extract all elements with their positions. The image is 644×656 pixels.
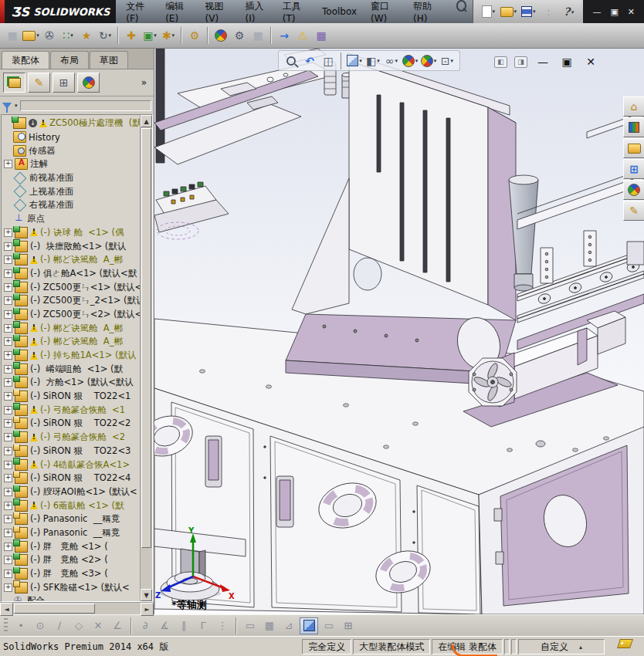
rotate-component-icon[interactable]: ↻▾ (97, 27, 114, 44)
collapse-panel-left-icon[interactable]: ◧ (494, 56, 507, 68)
reload-icon[interactable]: ⚠ (294, 27, 311, 44)
home-icon[interactable]: ⌂ (623, 96, 644, 117)
assembly-features-icon[interactable]: ▣▾ (141, 27, 158, 44)
tree-item[interactable]: (-) ZC500更ㄣ<2> (默认< (4, 308, 140, 322)
expand-icon[interactable] (4, 461, 12, 469)
custom-properties-icon[interactable]: ✎ (623, 201, 644, 221)
expand-icon[interactable] (4, 324, 12, 333)
display-manager-icon[interactable] (77, 73, 100, 93)
dropdown-arrow-icon[interactable]: ▾ (451, 58, 454, 64)
snap-parallel-icon[interactable]: ∥ (175, 618, 192, 634)
tree-item[interactable]: (-) SiRON 狠 TO22<4 (4, 472, 140, 485)
expand-icon[interactable] (4, 406, 12, 414)
tree-item[interactable]: 原点 (4, 212, 140, 226)
split-view-icon[interactable]: ⊞ (340, 618, 357, 634)
tree-item[interactable]: (-) SiRON 狠 TO22<2 (4, 417, 140, 431)
tab-layout[interactable]: 布局 (50, 51, 89, 69)
tree-item[interactable]: (-) 方舱<1> (默认<默认 (4, 376, 140, 390)
menu-item[interactable]: 文件(F) (119, 0, 158, 26)
tree-item[interactable]: (-) 块瘭敃舱<1> (默认 (4, 239, 140, 253)
graphics-viewport[interactable]: Y X Z ↶◫▾◧▾∞▾▾▾⊡▾ ◧◨—▣✕ ⌂⊞✎ *等轴测 (154, 49, 644, 614)
snap-line-icon[interactable]: ∕ (51, 618, 68, 634)
expand-icon[interactable] (4, 296, 12, 305)
dropdown-arrow-icon[interactable]: ▾ (70, 32, 73, 39)
expand-icon[interactable] (4, 351, 12, 360)
expand-icon[interactable] (4, 242, 12, 251)
menu-item[interactable]: 工具(T) (276, 0, 315, 26)
feature-manager-tree-icon[interactable] (3, 73, 25, 93)
expand-icon[interactable] (4, 160, 12, 168)
tree-item[interactable]: (-) 郴ど诀篤舱 A_郴 (4, 335, 140, 349)
smart-fasteners-icon[interactable]: ★ (78, 27, 95, 44)
move-component-icon[interactable]: ✚ (123, 27, 140, 44)
expand-icon[interactable] (4, 556, 12, 564)
expand-icon[interactable] (4, 447, 12, 455)
tree-item[interactable]: (-) 胖 竟舱 <3> ( (4, 567, 140, 581)
attachment-icon[interactable]: ✇ (41, 27, 58, 44)
tree-item[interactable]: 注解 (4, 157, 140, 171)
menu-item[interactable]: 编辑(E) (158, 0, 198, 26)
snap-points-icon[interactable]: ⋮ (214, 618, 231, 634)
snap-center-icon[interactable]: ⊙ (32, 618, 49, 634)
tree-item[interactable]: (-) 胖 竟舱 <1> ( (4, 539, 140, 553)
tree-item[interactable]: (-) 掉ち舱1A<1> (默认 (4, 349, 140, 363)
snap-hv-icon[interactable]: Γ (195, 618, 212, 634)
window-restore-icon[interactable]: ▣ (558, 53, 575, 70)
expand-icon[interactable] (4, 488, 12, 496)
shaded-view-icon[interactable] (300, 617, 318, 634)
previous-view-icon[interactable]: ↶ (301, 52, 318, 69)
tree-item[interactable]: (-) 胖 竟舱 <2> ( (4, 553, 140, 567)
tree-item[interactable]: 上视基准面 (4, 184, 140, 198)
expand-icon[interactable] (4, 392, 12, 401)
dropdown-arrow-icon[interactable]: ▾ (377, 58, 380, 64)
expand-icon[interactable] (4, 337, 12, 346)
tree-item[interactable]: (-) Panasonic __稱竟 (4, 526, 140, 540)
tree-item[interactable]: (-) 6萳畒舱 <1> (默 (4, 499, 140, 512)
expand-toolbar-icon[interactable]: » (141, 77, 151, 88)
dropdown-arrow-icon[interactable]: ▾ (533, 8, 536, 15)
filter-funnel-icon[interactable] (2, 103, 12, 109)
tag-icon[interactable] (617, 639, 633, 648)
dropdown-arrow-icon[interactable]: ▾ (359, 58, 362, 64)
customize-arrow-icon[interactable]: ▴ (579, 644, 582, 651)
assembly-visualization-icon[interactable] (212, 27, 229, 44)
tree-item[interactable]: (-) 膄玡AOI舱<1> (默认< (4, 485, 140, 499)
dropdown-arrow-icon[interactable]: ▾ (571, 8, 574, 15)
tree-item[interactable]: (-) SiRON 狠 TO22<3 (4, 445, 140, 458)
grid-snap-icon[interactable]: ▭ (242, 618, 259, 634)
scroll-right-icon[interactable]: ► (141, 603, 154, 616)
search-icon[interactable] (456, 0, 467, 12)
snap-intersection-icon[interactable]: ✕ (90, 618, 107, 634)
exploded-view-icon[interactable]: ⚙ (186, 27, 203, 44)
window-minimize-icon[interactable]: — (534, 53, 551, 70)
snap-perpendicular-icon[interactable]: ∡ (156, 618, 173, 634)
new-document-icon[interactable]: ▾ (480, 3, 497, 20)
tree-horizontal-scrollbar[interactable]: ◄ ► (0, 602, 154, 614)
tree-item[interactable]: (-) 弓舱篆合恢舱 <2 (4, 431, 140, 445)
edit-component-icon[interactable]: ■ (249, 27, 266, 44)
insert-component-icon[interactable]: ■ (4, 27, 21, 44)
dropdown-arrow-icon[interactable]: ▾ (395, 58, 398, 64)
tree-item[interactable]: ZC500極片處理機 (默认< (4, 117, 140, 130)
menu-item[interactable]: Toolbox (315, 4, 364, 19)
dropdown-arrow-icon[interactable]: ▾ (172, 32, 175, 39)
tree-item[interactable]: 配合 (4, 594, 140, 601)
tree-item[interactable]: (-) 郴ど诀篤舱 A_郴 (4, 253, 140, 267)
tree-item[interactable]: (-) 4硞畒篆合恢A<1> (4, 458, 140, 472)
reference-geometry-icon[interactable]: ✱▾ (160, 27, 177, 44)
expand-icon[interactable] (4, 255, 12, 264)
expand-icon[interactable] (4, 502, 12, 510)
expand-icon[interactable] (4, 474, 12, 482)
maximize-icon[interactable]: ▣ (610, 7, 618, 17)
expand-icon[interactable] (4, 283, 12, 292)
tab-sketch[interactable]: 草图 (90, 51, 128, 69)
expand-icon[interactable] (4, 433, 12, 441)
filter-input[interactable] (20, 100, 151, 111)
dropdown-arrow-icon[interactable]: ▾ (514, 8, 517, 15)
menu-item[interactable]: 视图(V) (198, 0, 239, 26)
expand-icon[interactable] (4, 228, 12, 237)
tree-item[interactable]: (-) SFK脸碪<1> (默认< (4, 580, 140, 594)
large-design-review-icon[interactable]: → (276, 27, 293, 44)
vertical-scroll-thumb[interactable] (141, 128, 151, 548)
scroll-left-icon[interactable]: ◄ (0, 603, 13, 616)
